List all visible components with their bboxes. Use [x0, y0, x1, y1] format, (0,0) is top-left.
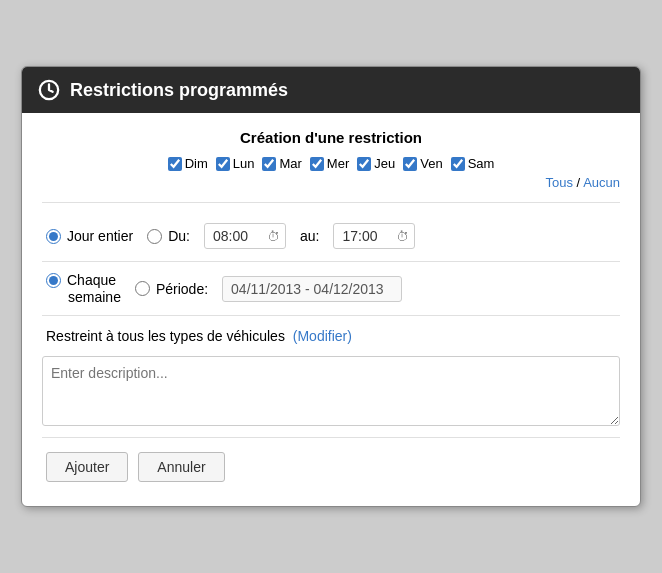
semaine-text: semaine — [68, 289, 121, 305]
du-text: Du: — [168, 228, 190, 244]
jour-entier-text: Jour entier — [67, 228, 133, 244]
checkbox-lun[interactable] — [216, 157, 230, 171]
checkbox-sam[interactable] — [451, 157, 465, 171]
divider-1 — [42, 202, 620, 203]
slash: / — [573, 175, 583, 190]
checkbox-ven[interactable] — [403, 157, 417, 171]
checkbox-jeu[interactable] — [357, 157, 371, 171]
restriction-modal: Restrictions programmés Création d'une r… — [21, 66, 641, 507]
checkbox-mar[interactable] — [262, 157, 276, 171]
clock-icon — [38, 79, 60, 101]
day-lun-label: Lun — [233, 156, 255, 171]
modal-body: Création d'une restriction Dim Lun Mar M… — [22, 113, 640, 506]
footer-row: Ajouter Annuler — [42, 437, 620, 486]
checkbox-dim[interactable] — [168, 157, 182, 171]
chaque-radio-label[interactable]: Chaque — [46, 272, 116, 288]
day-mar-label: Mar — [279, 156, 301, 171]
vehicle-row: Restreint à tous les types de véhicules … — [42, 315, 620, 352]
au-text: au: — [300, 228, 319, 244]
tous-aucun-row: Tous / Aucun — [42, 175, 620, 190]
description-textarea[interactable] — [42, 356, 620, 426]
modal-header: Restrictions programmés — [22, 67, 640, 113]
chaque-semaine-group: Chaque semaine — [46, 272, 121, 305]
day-ven-label: Ven — [420, 156, 442, 171]
day-ven[interactable]: Ven — [403, 156, 442, 171]
date-range-input[interactable] — [222, 276, 402, 302]
day-dim[interactable]: Dim — [168, 156, 208, 171]
day-mer-label: Mer — [327, 156, 349, 171]
jour-entier-label[interactable]: Jour entier — [46, 228, 133, 244]
modifier-link[interactable]: (Modifier) — [293, 328, 352, 344]
from-time-wrap: ⏱ — [204, 223, 286, 249]
radio-periode[interactable] — [135, 281, 150, 296]
modal-title: Restrictions programmés — [70, 80, 288, 101]
radio-chaque-semaine[interactable] — [46, 273, 61, 288]
day-jeu[interactable]: Jeu — [357, 156, 395, 171]
to-time-input[interactable] — [333, 223, 415, 249]
radio-jour-entier[interactable] — [46, 229, 61, 244]
add-button[interactable]: Ajouter — [46, 452, 128, 482]
periode-text: Période: — [156, 281, 208, 297]
day-lun[interactable]: Lun — [216, 156, 255, 171]
day-mar[interactable]: Mar — [262, 156, 301, 171]
checkbox-mer[interactable] — [310, 157, 324, 171]
day-mer[interactable]: Mer — [310, 156, 349, 171]
period-row: Chaque semaine Période: — [42, 261, 620, 315]
to-time-group: ⏱ — [333, 223, 415, 249]
tous-link[interactable]: Tous — [546, 175, 573, 190]
day-jeu-label: Jeu — [374, 156, 395, 171]
aucun-link[interactable]: Aucun — [583, 175, 620, 190]
vehicle-text: Restreint à tous les types de véhicules — [46, 328, 285, 344]
periode-radio-label[interactable]: Période: — [135, 281, 208, 297]
day-sam-label: Sam — [468, 156, 495, 171]
day-sam[interactable]: Sam — [451, 156, 495, 171]
from-time-input[interactable] — [204, 223, 286, 249]
from-time-group: ⏱ — [204, 223, 286, 249]
to-time-wrap: ⏱ — [333, 223, 415, 249]
section-title: Création d'une restriction — [42, 129, 620, 146]
time-row: Jour entier Du: ⏱ au: ⏱ — [42, 211, 620, 261]
chaque-text: Chaque — [67, 272, 116, 288]
radio-du[interactable] — [147, 229, 162, 244]
day-dim-label: Dim — [185, 156, 208, 171]
days-row: Dim Lun Mar Mer Jeu Ven — [42, 156, 620, 171]
cancel-button[interactable]: Annuler — [138, 452, 224, 482]
du-label[interactable]: Du: — [147, 228, 190, 244]
